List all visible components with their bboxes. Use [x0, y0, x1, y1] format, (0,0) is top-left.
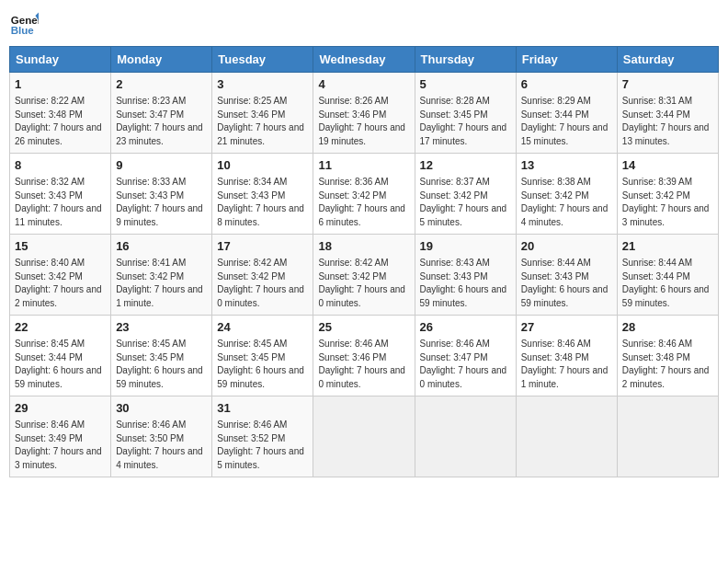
- day-number: 28: [622, 319, 713, 336]
- day-number: 24: [217, 319, 308, 336]
- day-info: Sunrise: 8:41 AMSunset: 3:42 PMDaylight:…: [116, 257, 207, 310]
- day-number: 27: [521, 319, 612, 336]
- calendar-cell: 27Sunrise: 8:46 AMSunset: 3:48 PMDayligh…: [516, 316, 617, 396]
- day-number: 29: [15, 400, 106, 417]
- calendar-cell: 12Sunrise: 8:37 AMSunset: 3:42 PMDayligh…: [415, 154, 516, 235]
- day-info: Sunrise: 8:37 AMSunset: 3:42 PMDaylight:…: [420, 176, 511, 229]
- calendar-cell: 18Sunrise: 8:42 AMSunset: 3:42 PMDayligh…: [313, 235, 415, 316]
- day-number: 9: [116, 157, 207, 174]
- calendar-cell: 6Sunrise: 8:29 AMSunset: 3:44 PMDaylight…: [516, 73, 617, 154]
- day-number: 5: [420, 76, 511, 93]
- day-number: 7: [622, 76, 713, 93]
- day-number: 1: [15, 76, 106, 93]
- day-info: Sunrise: 8:44 AMSunset: 3:43 PMDaylight:…: [521, 257, 612, 310]
- day-info: Sunrise: 8:42 AMSunset: 3:42 PMDaylight:…: [318, 257, 409, 310]
- calendar-cell: 2Sunrise: 8:23 AMSunset: 3:47 PMDaylight…: [111, 73, 212, 154]
- calendar-cell: 13Sunrise: 8:38 AMSunset: 3:42 PMDayligh…: [516, 154, 617, 235]
- day-info: Sunrise: 8:22 AMSunset: 3:48 PMDaylight:…: [15, 95, 106, 148]
- header-tuesday: Tuesday: [212, 47, 313, 73]
- day-info: Sunrise: 8:26 AMSunset: 3:46 PMDaylight:…: [318, 95, 409, 148]
- calendar-cell: 30Sunrise: 8:46 AMSunset: 3:50 PMDayligh…: [111, 396, 212, 477]
- day-number: 12: [420, 157, 511, 174]
- day-info: Sunrise: 8:32 AMSunset: 3:43 PMDaylight:…: [15, 176, 106, 229]
- calendar-cell: 28Sunrise: 8:46 AMSunset: 3:48 PMDayligh…: [617, 316, 718, 396]
- calendar-week-1: 1Sunrise: 8:22 AMSunset: 3:48 PMDaylight…: [10, 73, 719, 154]
- day-number: 31: [217, 400, 308, 417]
- day-number: 25: [318, 319, 409, 336]
- day-number: 2: [116, 76, 207, 93]
- calendar-cell: 16Sunrise: 8:41 AMSunset: 3:42 PMDayligh…: [111, 235, 212, 316]
- calendar-cell: [313, 396, 415, 477]
- header-thursday: Thursday: [415, 47, 516, 73]
- day-number: 3: [217, 76, 308, 93]
- calendar-cell: 22Sunrise: 8:45 AMSunset: 3:44 PMDayligh…: [10, 316, 111, 396]
- calendar-cell: 19Sunrise: 8:43 AMSunset: 3:43 PMDayligh…: [415, 235, 516, 316]
- day-info: Sunrise: 8:29 AMSunset: 3:44 PMDaylight:…: [521, 95, 612, 148]
- header-sunday: Sunday: [10, 47, 111, 73]
- calendar-body: 1Sunrise: 8:22 AMSunset: 3:48 PMDaylight…: [10, 73, 719, 477]
- day-info: Sunrise: 8:40 AMSunset: 3:42 PMDaylight:…: [15, 257, 106, 310]
- calendar-cell: 11Sunrise: 8:36 AMSunset: 3:42 PMDayligh…: [313, 154, 415, 235]
- day-number: 4: [318, 76, 409, 93]
- calendar-cell: 24Sunrise: 8:45 AMSunset: 3:45 PMDayligh…: [212, 316, 313, 396]
- calendar-week-4: 22Sunrise: 8:45 AMSunset: 3:44 PMDayligh…: [10, 316, 719, 396]
- day-number: 6: [521, 76, 612, 93]
- calendar-cell: 4Sunrise: 8:26 AMSunset: 3:46 PMDaylight…: [313, 73, 415, 154]
- day-info: Sunrise: 8:45 AMSunset: 3:45 PMDaylight:…: [217, 338, 308, 391]
- day-number: 20: [521, 238, 612, 255]
- day-info: Sunrise: 8:46 AMSunset: 3:46 PMDaylight:…: [318, 338, 409, 391]
- day-info: Sunrise: 8:39 AMSunset: 3:42 PMDaylight:…: [622, 176, 713, 229]
- day-info: Sunrise: 8:45 AMSunset: 3:45 PMDaylight:…: [116, 338, 207, 391]
- logo-icon: General Blue: [9, 9, 39, 39]
- day-number: 13: [521, 157, 612, 174]
- day-info: Sunrise: 8:31 AMSunset: 3:44 PMDaylight:…: [622, 95, 713, 148]
- calendar-cell: 29Sunrise: 8:46 AMSunset: 3:49 PMDayligh…: [10, 396, 111, 477]
- day-info: Sunrise: 8:38 AMSunset: 3:42 PMDaylight:…: [521, 176, 612, 229]
- calendar-cell: 14Sunrise: 8:39 AMSunset: 3:42 PMDayligh…: [617, 154, 718, 235]
- day-number: 16: [116, 238, 207, 255]
- day-number: 22: [15, 319, 106, 336]
- calendar-cell: 26Sunrise: 8:46 AMSunset: 3:47 PMDayligh…: [415, 316, 516, 396]
- header-monday: Monday: [111, 47, 212, 73]
- calendar-table: SundayMondayTuesdayWednesdayThursdayFrid…: [9, 46, 719, 477]
- calendar-cell: 15Sunrise: 8:40 AMSunset: 3:42 PMDayligh…: [10, 235, 111, 316]
- day-info: Sunrise: 8:28 AMSunset: 3:45 PMDaylight:…: [420, 95, 511, 148]
- header-wednesday: Wednesday: [313, 47, 415, 73]
- day-number: 11: [318, 157, 409, 174]
- calendar-cell: [415, 396, 516, 477]
- page-header: General Blue: [9, 9, 719, 39]
- calendar-header-row: SundayMondayTuesdayWednesdayThursdayFrid…: [10, 47, 719, 73]
- day-info: Sunrise: 8:44 AMSunset: 3:44 PMDaylight:…: [622, 257, 713, 310]
- day-info: Sunrise: 8:42 AMSunset: 3:42 PMDaylight:…: [217, 257, 308, 310]
- day-number: 19: [420, 238, 511, 255]
- day-info: Sunrise: 8:25 AMSunset: 3:46 PMDaylight:…: [217, 95, 308, 148]
- calendar-cell: 3Sunrise: 8:25 AMSunset: 3:46 PMDaylight…: [212, 73, 313, 154]
- calendar-cell: 5Sunrise: 8:28 AMSunset: 3:45 PMDaylight…: [415, 73, 516, 154]
- day-info: Sunrise: 8:46 AMSunset: 3:52 PMDaylight:…: [217, 419, 308, 472]
- calendar-cell: 25Sunrise: 8:46 AMSunset: 3:46 PMDayligh…: [313, 316, 415, 396]
- day-number: 8: [15, 157, 106, 174]
- header-friday: Friday: [516, 47, 617, 73]
- calendar-cell: 23Sunrise: 8:45 AMSunset: 3:45 PMDayligh…: [111, 316, 212, 396]
- calendar-cell: 7Sunrise: 8:31 AMSunset: 3:44 PMDaylight…: [617, 73, 718, 154]
- calendar-cell: 10Sunrise: 8:34 AMSunset: 3:43 PMDayligh…: [212, 154, 313, 235]
- day-info: Sunrise: 8:33 AMSunset: 3:43 PMDaylight:…: [116, 176, 207, 229]
- day-number: 18: [318, 238, 409, 255]
- day-info: Sunrise: 8:45 AMSunset: 3:44 PMDaylight:…: [15, 338, 106, 391]
- calendar-cell: 1Sunrise: 8:22 AMSunset: 3:48 PMDaylight…: [10, 73, 111, 154]
- day-info: Sunrise: 8:46 AMSunset: 3:49 PMDaylight:…: [15, 419, 106, 472]
- day-info: Sunrise: 8:46 AMSunset: 3:47 PMDaylight:…: [420, 338, 511, 391]
- day-info: Sunrise: 8:46 AMSunset: 3:48 PMDaylight:…: [521, 338, 612, 391]
- calendar-cell: [516, 396, 617, 477]
- day-number: 15: [15, 238, 106, 255]
- day-info: Sunrise: 8:46 AMSunset: 3:50 PMDaylight:…: [116, 419, 207, 472]
- calendar-cell: 8Sunrise: 8:32 AMSunset: 3:43 PMDaylight…: [10, 154, 111, 235]
- calendar-week-5: 29Sunrise: 8:46 AMSunset: 3:49 PMDayligh…: [10, 396, 719, 477]
- day-number: 30: [116, 400, 207, 417]
- calendar-cell: 17Sunrise: 8:42 AMSunset: 3:42 PMDayligh…: [212, 235, 313, 316]
- day-number: 23: [116, 319, 207, 336]
- day-info: Sunrise: 8:46 AMSunset: 3:48 PMDaylight:…: [622, 338, 713, 391]
- day-info: Sunrise: 8:36 AMSunset: 3:42 PMDaylight:…: [318, 176, 409, 229]
- day-number: 21: [622, 238, 713, 255]
- day-info: Sunrise: 8:23 AMSunset: 3:47 PMDaylight:…: [116, 95, 207, 148]
